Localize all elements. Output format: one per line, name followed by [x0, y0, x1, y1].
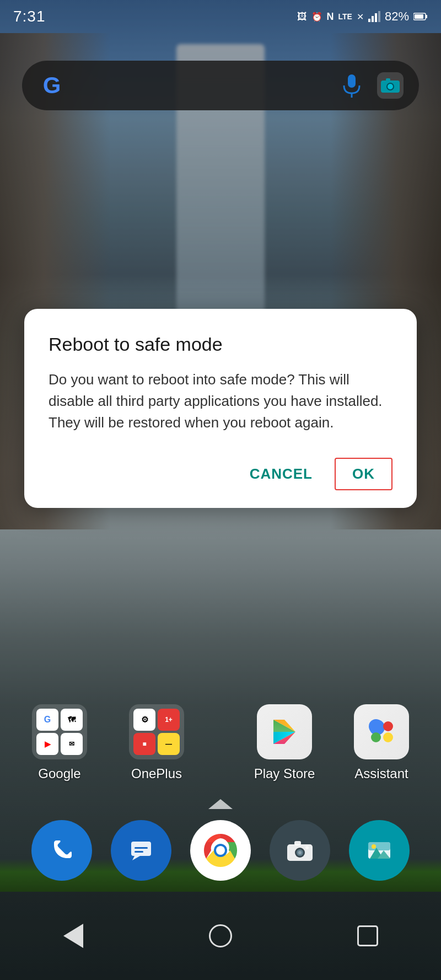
- back-button[interactable]: [51, 919, 95, 952]
- chrome-dock-item[interactable]: [190, 820, 251, 881]
- gmail-cell: ✉: [61, 733, 83, 755]
- svg-rect-0: [368, 19, 370, 22]
- signal-icon: ✕: [357, 12, 364, 22]
- svg-point-11: [388, 84, 393, 89]
- google-logo: G: [37, 71, 66, 100]
- app-row: G 🗺 ▶ ✉ Google ⚙ 1+ ■: [0, 704, 441, 781]
- ok-button[interactable]: OK: [335, 458, 392, 490]
- svg-point-31: [305, 846, 309, 849]
- assistant-icon: [354, 704, 409, 759]
- svg-rect-1: [372, 16, 374, 22]
- google-cluster-icon: G 🗺 ▶ ✉: [32, 704, 87, 759]
- status-bar: 7:31 🖼 ⏰ N LTE ✕ 82%: [0, 0, 441, 33]
- svg-rect-27: [294, 841, 301, 845]
- search-right-icons: [338, 72, 404, 99]
- oneplus-yellow-cell: —: [158, 733, 180, 755]
- status-time: 7:31: [13, 8, 46, 25]
- search-bar[interactable]: G: [22, 61, 419, 110]
- svg-point-30: [298, 851, 302, 854]
- dialog-buttons: CANCEL OK: [49, 458, 392, 490]
- back-icon: [63, 924, 83, 948]
- reboot-dialog: Reboot to safe mode Do you want to reboo…: [24, 309, 417, 508]
- svg-rect-21: [135, 847, 148, 849]
- svg-rect-7: [348, 74, 356, 88]
- play-triangle-icon: [268, 715, 301, 748]
- youtube-cell: ▶: [36, 733, 58, 755]
- camera-button[interactable]: [377, 72, 404, 99]
- svg-rect-3: [378, 11, 380, 22]
- svg-rect-2: [375, 13, 377, 22]
- svg-point-15: [369, 719, 383, 733]
- chrome-icon: [201, 831, 240, 870]
- settings-cell: ⚙: [133, 709, 155, 731]
- svg-point-17: [383, 732, 393, 742]
- play-store-app[interactable]: Play Store: [240, 704, 329, 781]
- svg-marker-20: [132, 856, 140, 860]
- lte-icon: LTE: [338, 12, 352, 21]
- camera-dock-icon: [286, 839, 314, 862]
- google-label: Google: [38, 766, 80, 781]
- svg-point-16: [383, 721, 393, 731]
- svg-rect-6: [426, 15, 427, 18]
- phone-dock-item[interactable]: [31, 820, 92, 881]
- svg-rect-5: [415, 14, 423, 19]
- svg-point-18: [371, 732, 381, 742]
- battery-text: 82%: [385, 9, 409, 24]
- home-button[interactable]: [198, 919, 243, 952]
- google-g-cell: G: [36, 709, 58, 731]
- oneplus-red-cell: 1+: [158, 709, 180, 731]
- google-app[interactable]: G 🗺 ▶ ✉ Google: [15, 704, 104, 781]
- gallery-icon: [365, 837, 393, 864]
- svg-point-34: [372, 844, 376, 849]
- oneplus-cell2: ■: [133, 733, 155, 755]
- svg-rect-12: [386, 78, 390, 81]
- image-icon: 🖼: [297, 11, 307, 23]
- camera-icon: [380, 77, 400, 94]
- recents-button[interactable]: [346, 919, 390, 952]
- nav-bar: [0, 892, 441, 980]
- assistant-label: Assistant: [354, 766, 408, 781]
- assistant-dots-icon: [365, 715, 398, 748]
- dialog-body: Do you want to reboot into safe mode? Th…: [49, 369, 392, 433]
- svg-point-25: [216, 846, 225, 855]
- play-store-icon: [257, 704, 312, 759]
- gallery-dock-item[interactable]: [349, 820, 410, 881]
- oneplus-app[interactable]: ⚙ 1+ ■ — OnePlus: [112, 704, 201, 781]
- camera-dock-item[interactable]: [270, 820, 330, 881]
- signal-bars-icon: [368, 11, 380, 22]
- messages-dock-item[interactable]: [111, 820, 171, 881]
- recents-icon: [357, 925, 378, 946]
- oneplus-label: OnePlus: [131, 766, 182, 781]
- assistant-app[interactable]: Assistant: [337, 704, 426, 781]
- chevron-up-icon: [208, 799, 233, 809]
- phone-icon: [49, 837, 75, 864]
- cancel-button[interactable]: CANCEL: [239, 458, 324, 490]
- status-icons: 🖼 ⏰ N LTE ✕ 82%: [297, 9, 428, 24]
- svg-rect-22: [135, 851, 143, 853]
- nfc-icon: N: [327, 11, 334, 23]
- battery-icon: [413, 12, 428, 21]
- mic-icon: [342, 73, 362, 98]
- dialog-title: Reboot to safe mode: [49, 333, 392, 356]
- dock: [0, 820, 441, 881]
- oneplus-cluster-icon: ⚙ 1+ ■ —: [129, 704, 184, 759]
- mic-button[interactable]: [338, 72, 365, 99]
- home-icon: [209, 924, 232, 947]
- maps-cell: 🗺: [61, 709, 83, 731]
- messages-icon: [128, 837, 154, 864]
- app-drawer-handle[interactable]: [208, 799, 233, 809]
- svg-rect-33: [368, 842, 390, 850]
- alarm-icon: ⏰: [311, 12, 322, 22]
- play-store-label: Play Store: [254, 766, 315, 781]
